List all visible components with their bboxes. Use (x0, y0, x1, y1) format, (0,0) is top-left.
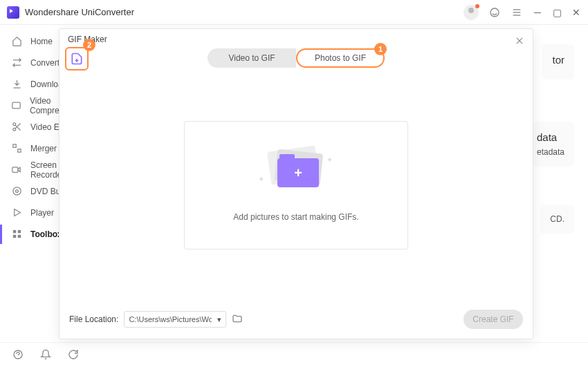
tab-label: Photos to GIF (315, 53, 366, 63)
close-button[interactable]: ✕ (571, 7, 581, 18)
add-pictures-dropzone[interactable]: ✦ ✦ + Add pictures to start making GIFs. (184, 121, 408, 250)
titlebar-actions: ─ ▢ ✕ (463, 5, 581, 20)
sidebar-item-label: Player (30, 208, 54, 218)
svg-rect-15 (12, 230, 15, 233)
record-icon (11, 164, 22, 176)
convert-icon (11, 57, 22, 68)
app-title: Wondershare UniConverter (25, 7, 463, 17)
folder-illustration: ✦ ✦ + (265, 149, 327, 190)
badge-step-2: 2 (83, 39, 95, 51)
support-icon[interactable] (488, 6, 501, 19)
chevron-down-icon: ▾ (217, 315, 221, 324)
modal-close-button[interactable] (513, 35, 526, 47)
svg-rect-17 (12, 235, 15, 238)
sidebar-item-label: Merger (30, 144, 57, 153)
help-icon[interactable] (12, 349, 25, 361)
tab-photos-to-gif[interactable]: Photos to GIF 1 (296, 48, 385, 68)
tab-video-to-gif[interactable]: Video to GIF (208, 48, 296, 68)
disc-icon (11, 186, 22, 197)
svg-point-12 (12, 187, 20, 195)
download-icon (11, 79, 22, 90)
svg-rect-10 (17, 149, 20, 152)
badge-step-1: 1 (374, 43, 387, 55)
open-folder-button[interactable] (232, 313, 244, 326)
svg-point-6 (12, 128, 15, 131)
scissors-icon (11, 122, 22, 133)
maximize-button[interactable]: ▢ (552, 7, 562, 18)
svg-rect-11 (12, 167, 18, 173)
compress-icon (11, 100, 21, 111)
titlebar: Wondershare UniConverter ─ ▢ ✕ (0, 0, 588, 25)
menu-icon[interactable] (511, 6, 523, 19)
modal-tabs: Video to GIF Photos to GIF 1 (208, 48, 385, 68)
grid-icon (11, 229, 22, 240)
bell-icon[interactable] (40, 349, 53, 361)
merge-icon (11, 143, 22, 154)
minimize-button[interactable]: ─ (533, 7, 542, 18)
file-location-label: File Location: (69, 314, 118, 324)
play-icon (11, 207, 22, 218)
home-icon (11, 36, 22, 47)
app-logo-icon (7, 6, 19, 19)
bg-card: CD. (540, 205, 574, 234)
create-gif-button[interactable]: Create GIF (463, 310, 523, 329)
sidebar-item-label: Home (30, 37, 53, 46)
bg-card: dataetadata (527, 122, 574, 167)
svg-point-5 (12, 123, 15, 126)
file-location-value: C:\Users\ws\Pictures\Wonders (129, 315, 212, 323)
bg-card: tor (542, 44, 574, 79)
svg-point-0 (490, 8, 499, 17)
svg-marker-14 (14, 209, 20, 216)
svg-rect-18 (17, 235, 20, 238)
dropzone-text: Add pictures to start making GIFs. (233, 212, 358, 222)
svg-rect-9 (12, 144, 15, 147)
folder-plus-icon: + (277, 158, 319, 187)
svg-rect-4 (12, 102, 20, 109)
svg-rect-16 (17, 230, 20, 233)
add-media-button[interactable] (65, 47, 89, 70)
gif-maker-modal: GIF Maker 2 Video to GIF Photos to GIF 1… (59, 28, 533, 339)
sidebar-item-label: Toolbox (30, 229, 62, 239)
account-icon[interactable] (463, 5, 479, 20)
feedback-icon[interactable] (68, 349, 80, 361)
bottom-bar (0, 342, 588, 367)
modal-footer: File Location: C:\Users\ws\Pictures\Wond… (69, 310, 523, 329)
svg-point-13 (15, 190, 18, 193)
file-location-select[interactable]: C:\Users\ws\Pictures\Wonders ▾ (124, 311, 226, 328)
